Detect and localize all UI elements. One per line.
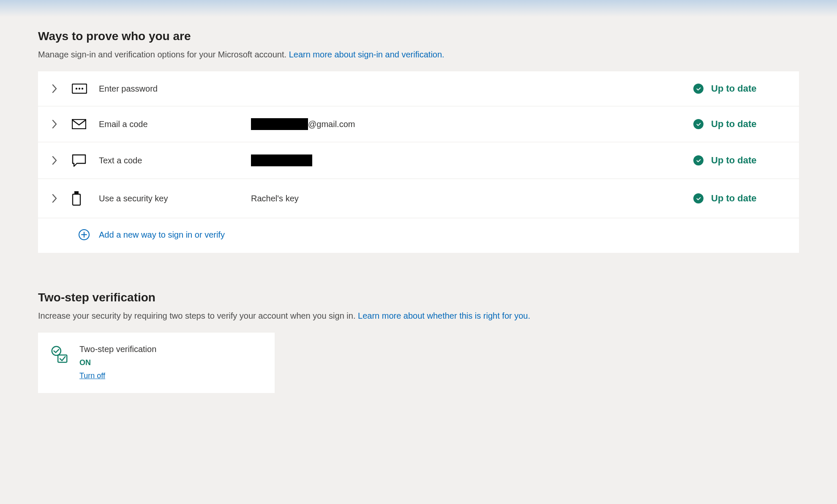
learn-more-twostep-link[interactable]: Learn more about whether this is right f… <box>358 311 530 320</box>
method-row-email[interactable]: Email a code @gmail.com Up to date <box>38 106 799 142</box>
svg-point-1 <box>76 88 77 89</box>
status-check-icon <box>693 84 703 94</box>
ways-to-prove-title: Ways to prove who you are <box>38 30 799 43</box>
svg-point-7 <box>52 347 61 355</box>
method-detail <box>251 154 693 166</box>
plus-circle-icon <box>79 229 90 240</box>
method-label: Use a security key <box>99 194 251 203</box>
mail-icon <box>72 119 86 129</box>
ways-to-prove-subtitle-text: Manage sign-in and verification options … <box>38 50 289 59</box>
two-step-turn-off-link[interactable]: Turn off <box>79 371 156 380</box>
usb-key-icon <box>72 191 81 206</box>
method-row-security-key[interactable]: Use a security key Rachel's key Up to da… <box>38 179 799 218</box>
method-detail: @gmail.com <box>251 118 693 130</box>
status-text: Up to date <box>711 155 757 166</box>
method-label: Email a code <box>99 119 251 129</box>
chevron-right-icon <box>52 84 57 93</box>
status-check-icon <box>693 193 703 203</box>
two-step-subtitle: Increase your security by requiring two … <box>38 311 799 321</box>
email-suffix: @gmail.com <box>308 119 355 129</box>
redacted-phone <box>251 154 312 166</box>
shield-check-icon <box>50 344 69 364</box>
expand-chevron[interactable] <box>52 119 72 129</box>
password-icon <box>72 84 87 94</box>
redacted-email <box>251 118 308 130</box>
status-check-icon <box>693 155 703 165</box>
ways-to-prove-subtitle: Manage sign-in and verification options … <box>38 50 799 60</box>
add-signin-method-row[interactable]: Add a new way to sign in or verify <box>38 218 799 253</box>
expand-chevron[interactable] <box>52 84 72 93</box>
svg-point-3 <box>82 88 83 89</box>
two-step-card-title: Two-step verification <box>79 344 156 354</box>
two-step-subtitle-text: Increase your security by requiring two … <box>38 311 358 320</box>
two-step-title: Two-step verification <box>38 291 799 304</box>
two-step-state: ON <box>79 358 156 367</box>
learn-more-signin-link[interactable]: Learn more about sign-in and verificatio… <box>289 50 444 59</box>
svg-point-2 <box>79 88 80 89</box>
method-label: Enter password <box>99 84 251 94</box>
method-row-text[interactable]: Text a code Up to date <box>38 142 799 179</box>
expand-chevron[interactable] <box>52 194 72 203</box>
add-signin-method-label: Add a new way to sign in or verify <box>99 230 225 240</box>
method-detail: Rachel's key <box>251 194 693 203</box>
status-text: Up to date <box>711 83 757 94</box>
svg-rect-6 <box>73 194 80 205</box>
svg-rect-8 <box>58 355 67 362</box>
chevron-right-icon <box>52 156 57 165</box>
expand-chevron[interactable] <box>52 156 72 165</box>
method-row-password[interactable]: Enter password Up to date <box>38 71 799 106</box>
status-text: Up to date <box>711 193 757 204</box>
signin-methods-list: Enter password Up to date Email a <box>38 71 799 253</box>
status-check-icon <box>693 119 703 129</box>
security-key-name: Rachel's key <box>251 194 299 203</box>
page-content: Ways to prove who you are Manage sign-in… <box>0 0 837 418</box>
chevron-right-icon <box>52 119 57 129</box>
status-text: Up to date <box>711 119 757 130</box>
method-label: Text a code <box>99 156 251 165</box>
chevron-right-icon <box>52 194 57 203</box>
two-step-card: Two-step verification ON Turn off <box>38 333 275 393</box>
chat-icon <box>72 154 86 167</box>
